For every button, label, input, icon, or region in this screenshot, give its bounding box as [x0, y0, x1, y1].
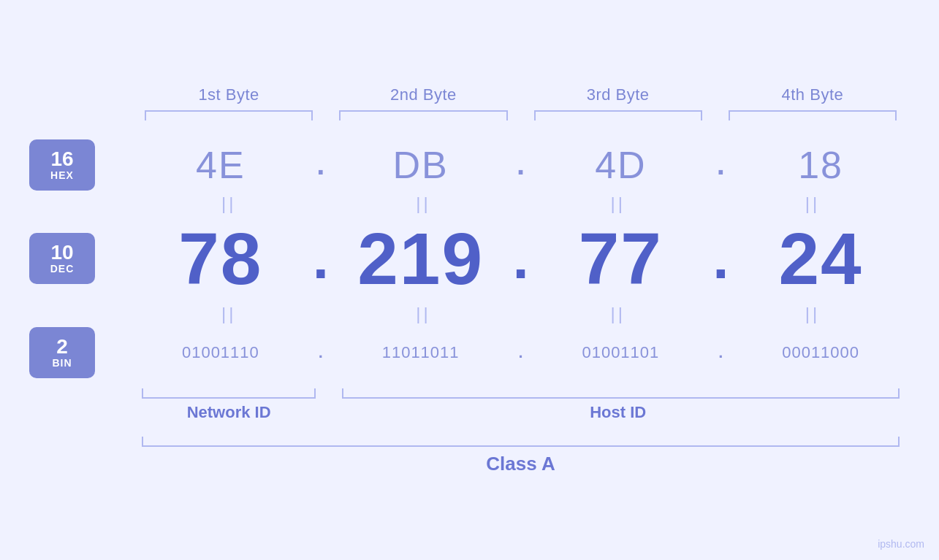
dec-dot-1: .	[310, 225, 332, 292]
main-container: 1st Byte 2nd Byte 3rd Byte 4th Byte 16 H…	[0, 0, 939, 560]
bottom-brackets	[29, 384, 910, 399]
dec-byte-2: 219	[332, 217, 510, 301]
class-label: Class A	[132, 453, 910, 475]
equals-row-1: || || || ||	[29, 193, 910, 214]
network-bracket	[134, 384, 323, 399]
hex-dot-2: .	[510, 148, 532, 181]
dec-row: 10 DEC 78 . 219 . 77 . 24	[29, 217, 910, 301]
byte-header-1: 1st Byte	[132, 85, 326, 104]
bracket-top-3	[527, 110, 710, 125]
equals-row-2: || || || ||	[29, 304, 910, 324]
top-brackets	[29, 110, 910, 125]
hex-values: 4E . DB . 4D . 18	[132, 143, 910, 187]
equals-2-4: ||	[715, 304, 910, 324]
bin-dot-3: .	[710, 343, 731, 362]
class-section: Class A	[29, 432, 910, 475]
equals-1-3: ||	[521, 193, 715, 214]
equals-1-1: ||	[132, 193, 326, 214]
hex-byte-1: 4E	[132, 143, 310, 187]
dec-badge-num: 10	[50, 242, 73, 263]
equals-1-2: ||	[326, 193, 520, 214]
hex-badge-num: 16	[50, 149, 73, 169]
dec-badge-name: DEC	[50, 263, 75, 275]
dec-dot-2: .	[510, 225, 532, 292]
class-bracket	[134, 432, 907, 447]
hex-dot-3: .	[710, 148, 731, 181]
byte-header-2: 2nd Byte	[326, 85, 520, 104]
host-bracket	[335, 384, 907, 399]
dec-byte-1: 78	[132, 217, 310, 301]
dec-dot-3: .	[710, 225, 731, 292]
dec-byte-4: 24	[731, 217, 910, 301]
byte-header-4: 4th Byte	[715, 85, 910, 104]
watermark: ipshu.com	[878, 538, 924, 550]
equals-1-4: ||	[715, 193, 910, 214]
equals-2-3: ||	[521, 304, 715, 324]
hex-byte-3: 4D	[532, 143, 710, 187]
network-id-label: Network ID	[132, 403, 326, 422]
bin-byte-3: 01001101	[532, 343, 710, 362]
bracket-top-2	[332, 110, 514, 125]
hex-byte-4: 18	[731, 143, 910, 187]
bin-values: 01001110 . 11011011 . 01001101 . 0001100…	[132, 343, 910, 362]
host-id-label: Host ID	[326, 403, 910, 422]
equals-2-2: ||	[326, 304, 520, 324]
bin-byte-4: 00011000	[731, 343, 910, 362]
equals-2-1: ||	[132, 304, 326, 324]
hex-row: 16 HEX 4E . DB . 4D . 18	[29, 139, 910, 191]
hex-byte-2: DB	[332, 143, 510, 187]
hex-badge-name: HEX	[50, 169, 74, 181]
bin-byte-1: 01001110	[132, 343, 310, 362]
hex-badge: 16 HEX	[29, 139, 95, 191]
dec-values: 78 . 219 . 77 . 24	[132, 217, 910, 301]
bracket-top-1	[137, 110, 320, 125]
byte-headers-row: 1st Byte 2nd Byte 3rd Byte 4th Byte	[29, 85, 910, 104]
bin-badge-name: BIN	[52, 357, 72, 369]
bin-dot-2: .	[510, 343, 532, 362]
bin-dot-1: .	[310, 343, 332, 362]
bin-badge-num: 2	[56, 337, 68, 357]
byte-header-3: 3rd Byte	[521, 85, 715, 104]
bin-byte-2: 11011011	[332, 343, 510, 362]
id-labels-row: Network ID Host ID	[29, 403, 910, 422]
hex-dot-1: .	[310, 148, 332, 181]
dec-byte-3: 77	[532, 217, 710, 301]
bin-row: 2 BIN 01001110 . 11011011 . 01001101 . 0…	[29, 327, 910, 378]
dec-badge: 10 DEC	[29, 233, 95, 284]
bin-badge: 2 BIN	[29, 327, 95, 378]
bracket-top-4	[721, 110, 904, 125]
